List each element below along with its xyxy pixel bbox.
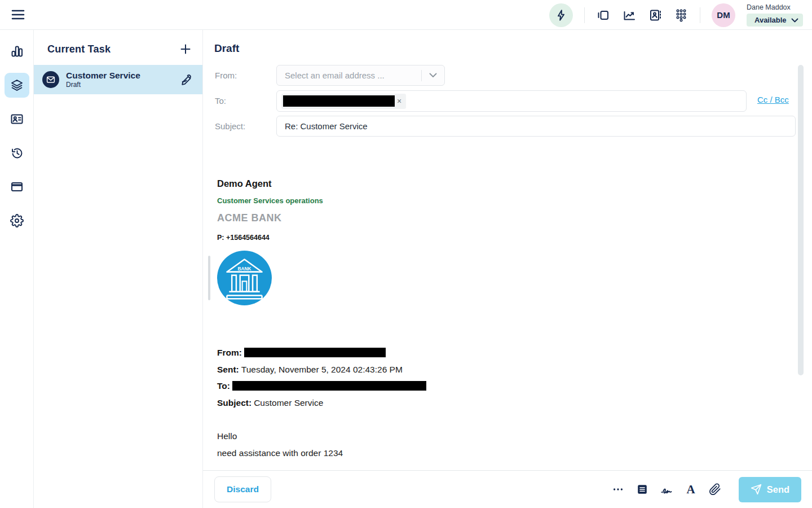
subject-input[interactable]	[276, 116, 796, 137]
signature-role: Customer Services operations	[217, 196, 725, 205]
gear-icon	[10, 214, 24, 227]
dialpad-grid-icon[interactable]	[674, 8, 689, 23]
signature-icon[interactable]	[659, 482, 674, 497]
quoted-email: From: Sent: Tuesday, November 5, 2024 02…	[217, 344, 426, 461]
status-label: Available	[754, 16, 787, 24]
from-address-select[interactable]: Select an email address ...	[276, 65, 445, 86]
sidebar-item-tasks[interactable]	[5, 73, 29, 98]
quoted-from-label: From:	[217, 344, 242, 361]
task-item-title: Customer Service	[66, 71, 180, 81]
compose-pen-icon[interactable]	[180, 73, 193, 86]
panels-view-icon[interactable]	[596, 8, 611, 23]
bank-logo-label: BANK	[238, 266, 251, 271]
redacted-to-address	[232, 381, 426, 391]
more-options-icon[interactable]	[611, 482, 625, 497]
font-style-icon[interactable]: A	[683, 482, 698, 497]
envelope-icon	[46, 75, 56, 85]
resize-handle[interactable]	[208, 256, 210, 300]
discard-button[interactable]: Discard	[214, 476, 271, 502]
quoted-to-label: To:	[217, 378, 230, 395]
draft-editor: Draft From: Select an email address ... …	[203, 30, 812, 508]
chevron-down-icon	[429, 73, 437, 78]
cc-bcc-link[interactable]: Cc / Bcc	[757, 95, 789, 104]
contacts-book-icon[interactable]	[648, 8, 663, 23]
current-task-panel: Current Task Customer Service Draft	[34, 30, 203, 508]
user-avatar[interactable]: DM	[712, 3, 735, 27]
signature-company: ACME BANK	[217, 212, 725, 224]
recipient-chip: ×	[281, 94, 406, 109]
contact-card-icon	[10, 112, 24, 126]
topbar-actions: DM Dane Maddox Available	[549, 0, 803, 30]
vertical-scrollbar[interactable]	[798, 65, 804, 375]
sidebar-item-dashboard[interactable]	[5, 39, 29, 64]
quoted-body-line: need assistance with order 1234	[217, 445, 426, 462]
redacted-sender-address	[244, 348, 386, 357]
hamburger-menu-icon[interactable]	[9, 6, 27, 24]
top-bar: DM Dane Maddox Available	[0, 0, 812, 30]
status-dropdown[interactable]: Available	[747, 14, 803, 27]
font-glyph: A	[686, 484, 695, 496]
email-body[interactable]: Demo Agent Customer Services operations …	[217, 178, 725, 305]
quoted-subject-value: Customer Service	[254, 395, 323, 411]
response-template-icon[interactable]	[635, 482, 650, 497]
quoted-sent-label: Sent:	[217, 361, 239, 378]
remove-recipient-icon[interactable]: ×	[395, 96, 404, 106]
redacted-recipient-address	[283, 95, 395, 107]
add-task-button[interactable]	[179, 42, 192, 56]
from-label: From:	[215, 71, 237, 80]
quoted-body-line: Hello	[217, 428, 426, 445]
sidebar-item-settings[interactable]	[5, 208, 29, 233]
page-title: Draft	[214, 42, 239, 55]
sidebar-item-browser[interactable]	[5, 174, 29, 199]
task-item-subtitle: Draft	[66, 81, 180, 89]
to-label: To:	[215, 96, 226, 106]
attachment-paperclip-icon[interactable]	[708, 482, 722, 497]
task-list-item[interactable]: Customer Service Draft	[34, 65, 202, 94]
send-label: Send	[767, 484, 789, 495]
quoted-subject-label: Subject:	[217, 395, 251, 411]
email-task-avatar	[42, 71, 59, 88]
from-select-placeholder: Select an email address ...	[277, 71, 421, 80]
sidebar-item-contacts[interactable]	[5, 107, 29, 132]
to-recipients-input[interactable]: ×	[276, 90, 747, 112]
sidebar-item-history[interactable]	[5, 141, 29, 165]
quoted-sent-value: Tuesday, November 5, 2024 02:43:26 PM	[241, 361, 403, 378]
plus-icon	[179, 42, 192, 56]
topbar-divider	[700, 7, 700, 23]
bar-chart-icon	[10, 45, 24, 58]
signature-name: Demo Agent	[217, 178, 725, 189]
task-panel-title: Current Task	[47, 43, 111, 55]
paper-plane-icon	[751, 484, 762, 495]
signature-phone: P: +1564564644	[217, 234, 725, 242]
performance-chart-icon[interactable]	[622, 8, 637, 23]
bank-logo: BANK	[217, 251, 272, 305]
history-clock-icon	[10, 146, 24, 160]
topbar-divider	[584, 7, 585, 23]
browser-window-icon	[10, 180, 24, 194]
subject-label: Subject:	[215, 121, 245, 131]
user-block: Dane Maddox Available	[747, 3, 803, 27]
compose-toolbar: Discard A	[203, 470, 812, 508]
quick-actions-lightning-icon[interactable]	[549, 3, 573, 27]
left-icon-rail	[0, 30, 34, 508]
chevron-down-icon	[791, 18, 798, 23]
send-button[interactable]: Send	[739, 477, 801, 502]
user-name: Dane Maddox	[747, 3, 803, 11]
layers-icon	[10, 78, 24, 92]
